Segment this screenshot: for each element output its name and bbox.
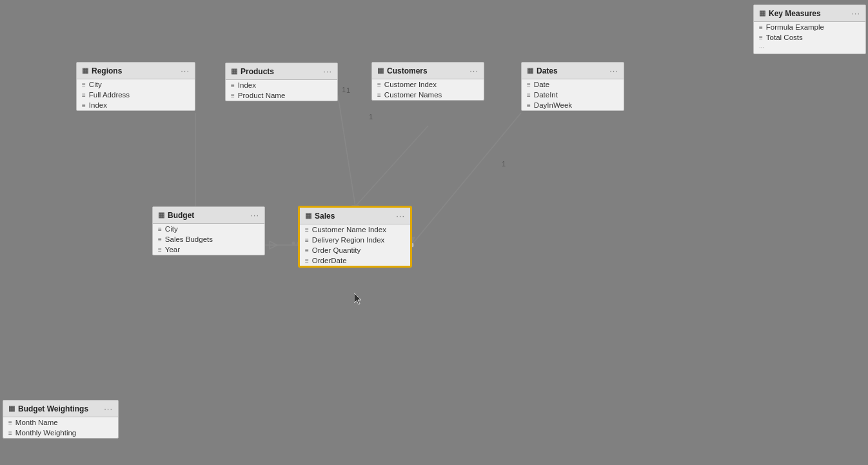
regions-field-city: ≡ City — [77, 79, 195, 90]
budget-weightings-field-monthname: ≡ Month Name — [3, 417, 118, 428]
budget-weightings-table-icon: ▦ — [8, 404, 15, 413]
budget-weightings-menu[interactable]: ··· — [104, 404, 113, 413]
sales-menu[interactable]: ··· — [396, 211, 405, 221]
table-regions-header[interactable]: ▦ Regions ··· — [77, 63, 195, 79]
products-field-index: ≡ Index — [226, 80, 337, 90]
svg-point-12 — [292, 242, 295, 245]
products-menu[interactable]: ··· — [323, 66, 332, 76]
regions-title: Regions — [92, 66, 122, 75]
customers-field-index: ≡ Customer Index — [372, 79, 484, 90]
table-key-measures[interactable]: ▦ Key Measures ··· ≡ Formula Example ≡ T… — [753, 5, 866, 54]
key-measures-field-more: ··· — [754, 43, 865, 54]
table-customers[interactable]: ▦ Customers ··· ≡ Customer Index ≡ Custo… — [371, 62, 484, 101]
key-measures-field-totalcosts: ≡ Total Costs — [754, 32, 865, 43]
dates-table-icon: ▦ — [527, 66, 533, 75]
products-table-icon: ▦ — [231, 67, 237, 75]
dates-field-date: ≡ Date — [522, 79, 624, 90]
budget-table-icon: ▦ — [158, 211, 164, 219]
customers-title: Customers — [387, 66, 428, 75]
customers-table-icon: ▦ — [377, 66, 384, 75]
regions-table-icon: ▦ — [82, 66, 88, 75]
svg-text:1: 1 — [346, 86, 350, 94]
svg-marker-17 — [354, 293, 361, 304]
svg-line-0 — [338, 95, 355, 206]
table-budget-weightings-header[interactable]: ▦ Budget Weightings ··· — [3, 401, 118, 417]
dates-title: Dates — [537, 66, 558, 75]
budget-field-year: ≡ Year — [153, 244, 264, 255]
budget-weightings-field-monthlyweighting: ≡ Monthly Weighting — [3, 428, 118, 438]
table-budget-weightings[interactable]: ▦ Budget Weightings ··· ≡ Month Name ≡ M… — [3, 400, 119, 439]
key-measures-menu[interactable]: ··· — [851, 8, 860, 18]
regions-field-index: ≡ Index — [77, 100, 195, 110]
table-key-measures-header[interactable]: ▦ Key Measures ··· — [754, 5, 865, 22]
sales-field-customernameindex: ≡ Customer Name Index — [300, 224, 410, 235]
key-measures-field-formula: ≡ Formula Example — [754, 22, 865, 32]
regions-menu[interactable]: ··· — [181, 66, 190, 75]
customers-field-names: ≡ Customer Names — [372, 90, 484, 100]
table-customers-header[interactable]: ▦ Customers ··· — [372, 63, 484, 79]
table-regions[interactable]: ▦ Regions ··· ≡ City ≡ Full Address ≡ In… — [76, 62, 195, 111]
budget-menu[interactable]: ··· — [250, 210, 259, 220]
svg-line-2 — [355, 126, 428, 206]
sales-field-orderquantity: ≡ Order Quantity — [300, 245, 410, 255]
table-products[interactable]: ▦ Products ··· ≡ Index ≡ Product Name — [225, 63, 338, 101]
sales-field-deliveryregionindex: ≡ Delivery Region Index — [300, 235, 410, 245]
table-budget[interactable]: ▦ Budget ··· ≡ City ≡ Sales Budgets ≡ Ye… — [152, 206, 265, 255]
table-products-header[interactable]: ▦ Products ··· — [226, 63, 337, 80]
svg-line-7 — [411, 113, 521, 245]
table-budget-header[interactable]: ▦ Budget ··· — [153, 207, 264, 224]
svg-text:1: 1 — [502, 160, 506, 168]
key-measures-table-icon: ▦ — [759, 9, 765, 17]
cursor — [354, 293, 363, 308]
customers-menu[interactable]: ··· — [469, 66, 478, 75]
key-measures-title: Key Measures — [769, 9, 821, 18]
svg-marker-11 — [270, 241, 277, 249]
dates-menu[interactable]: ··· — [609, 66, 618, 75]
budget-weightings-title: Budget Weightings — [18, 404, 88, 413]
svg-text:1: 1 — [369, 113, 373, 121]
regions-field-fulladdress: ≡ Full Address — [77, 90, 195, 100]
sales-table-icon: ▦ — [305, 212, 311, 220]
products-title: Products — [241, 67, 274, 76]
sales-title: Sales — [315, 212, 335, 221]
products-field-productname: ≡ Product Name — [226, 90, 337, 101]
svg-text:1: 1 — [342, 86, 346, 94]
sales-field-orderdate: ≡ OrderDate — [300, 255, 410, 266]
dates-field-dateint: ≡ DateInt — [522, 90, 624, 100]
budget-field-city: ≡ City — [153, 224, 264, 234]
budget-title: Budget — [168, 211, 194, 220]
table-dates[interactable]: ▦ Dates ··· ≡ Date ≡ DateInt ≡ DayInWeek — [521, 62, 624, 111]
dates-field-dayinweek: ≡ DayInWeek — [522, 100, 624, 110]
table-sales-header[interactable]: ▦ Sales ··· — [300, 208, 410, 224]
budget-field-salesbudgets: ≡ Sales Budgets — [153, 234, 264, 244]
table-sales[interactable]: ▦ Sales ··· ≡ Customer Name Index ≡ Deli… — [299, 206, 411, 267]
table-dates-header[interactable]: ▦ Dates ··· — [522, 63, 624, 79]
